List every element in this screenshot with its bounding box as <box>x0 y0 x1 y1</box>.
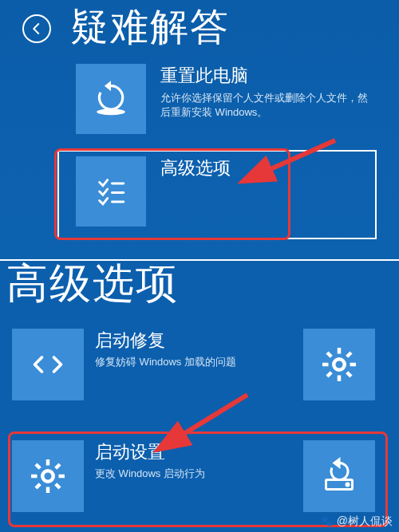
gear-icon <box>12 440 84 512</box>
option-desc: 更改 Windows 启动行为 <box>95 467 205 481</box>
checklist-icon <box>76 156 146 227</box>
option-desc: 修复妨碍 Windows 加载的问题 <box>95 355 236 369</box>
advanced-options-screen: 高级选项 启动修复 修复妨碍 Windows 加载的问题 启动设 <box>0 259 399 532</box>
svg-point-0 <box>97 108 125 115</box>
svg-line-9 <box>327 353 331 357</box>
drive-icon <box>303 440 375 512</box>
code-icon <box>12 329 84 400</box>
option-title: 重置此电脑 <box>160 64 376 88</box>
option-title: 启动修复 <box>95 329 236 353</box>
svg-line-11 <box>327 372 331 376</box>
option-reset-pc[interactable]: 重置此电脑 允许你选择保留个人文件或删除个人文件，然后重新安装 Windows。 <box>76 64 376 134</box>
svg-line-12 <box>347 353 351 357</box>
svg-point-22 <box>346 483 349 486</box>
option-desc: 允许你选择保留个人文件或删除个人文件，然后重新安装 Windows。 <box>160 91 376 120</box>
page-title: 高级选项 <box>6 256 179 312</box>
option-startup-repair[interactable]: 启动修复 修复妨碍 Windows 加载的问题 <box>12 329 236 400</box>
paw-icon: 🐾 <box>321 515 334 528</box>
option-gear-right-1[interactable] <box>303 329 375 400</box>
back-button[interactable] <box>22 14 51 43</box>
reset-icon <box>76 64 146 134</box>
option-recovery-right-2[interactable] <box>303 440 375 512</box>
annotation-arrow <box>247 136 343 187</box>
watermark: 🐾 @树人侃谈 <box>321 514 393 529</box>
gear-icon <box>303 329 375 400</box>
page-title: 疑难解答 <box>70 2 230 53</box>
svg-line-23 <box>177 395 247 438</box>
svg-line-4 <box>263 140 335 172</box>
svg-line-10 <box>347 372 351 376</box>
svg-line-18 <box>56 484 60 488</box>
svg-line-20 <box>56 464 60 468</box>
troubleshoot-screen: 疑难解答 重置此电脑 允许你选择保留个人文件或删除个人文件，然后重新安装 Win… <box>0 0 399 259</box>
svg-line-17 <box>36 464 40 468</box>
svg-line-19 <box>36 484 40 488</box>
arrow-left-icon <box>30 22 44 36</box>
option-startup-settings[interactable]: 启动设置 更改 Windows 启动行为 <box>12 440 205 512</box>
option-title: 高级选项 <box>160 156 231 180</box>
option-title: 启动设置 <box>95 440 205 464</box>
watermark-text: @树人侃谈 <box>337 514 393 529</box>
option-advanced[interactable]: 高级选项 <box>76 156 231 227</box>
